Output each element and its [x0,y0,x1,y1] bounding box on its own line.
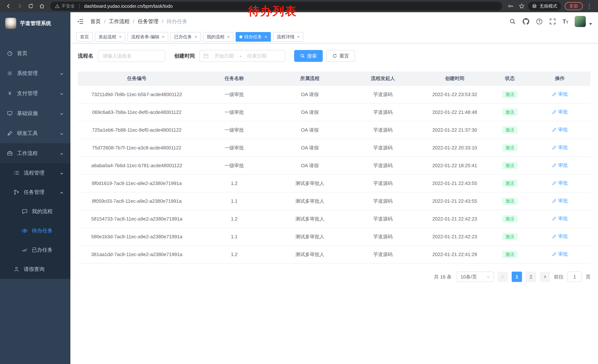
task-id: 381aa1dd-7ac8-11ec-a9e2-a2380e71991a [78,245,196,263]
close-icon[interactable]: × [297,34,300,40]
task-id: 069c6a63-7b8a-11ec-8ef0-acde48001122 [78,103,196,121]
incognito-label: 无痕模式 [540,3,557,9]
task-process: 测试多审批人 [273,210,347,228]
browser-update-button[interactable]: 更新 [565,2,583,10]
sidebar-item-payment[interactable]: ¥ 支付管理 [0,83,70,103]
task-name: 1.1 [196,192,273,210]
approve-link[interactable]: 审批 [552,91,568,97]
breadcrumb-task-mgmt[interactable]: 任务管理 [138,18,158,25]
tab-done-tasks[interactable]: 已办任务× [170,32,201,42]
approve-link[interactable]: 审批 [552,109,568,115]
task-id: 580e1b3d-7ac8-11ec-a9e2-a2380e71991a [78,228,196,245]
forward-icon[interactable] [15,1,25,11]
edit-icon [552,198,557,203]
status-badge: 激活 [502,126,518,134]
chevron-left-icon [501,275,505,279]
task-initiator: 芋道源码 [347,245,419,263]
close-icon[interactable]: × [265,34,267,40]
task-name: 一级审批 [196,86,273,103]
table-row: 725a1eb6-7b88-11ec-8ef0-acde48001122 一级审… [78,121,590,139]
close-icon[interactable]: × [227,34,230,40]
approve-link[interactable]: 审批 [552,144,568,151]
back-icon[interactable] [4,1,13,11]
approve-link[interactable]: 审批 [552,251,568,257]
app-logo [5,18,16,29]
eye-icon [22,227,28,234]
sidebar-item-infra[interactable]: 基础设施 [0,103,70,123]
approve-link[interactable]: 审批 [552,198,568,204]
col-task-name: 任务名称 [196,72,273,86]
fullscreen-icon[interactable] [549,18,556,25]
tab-start-process[interactable]: 发起流程× [95,32,125,42]
task-initiator: 芋道源码 [347,210,419,228]
tab-process-detail[interactable]: 流程详情× [273,32,303,42]
sidebar-item-todo-tasks[interactable]: 待办任务 [0,221,70,240]
task-id: 58154733-7ac8-11ec-a9e2-a2380e71991a [78,210,196,228]
task-initiator: 芋道源码 [347,121,419,139]
tab-form-edit[interactable]: 流程表单-编辑× [127,32,168,42]
avatar-caret-icon[interactable] [589,23,592,25]
sidebar-item-leave-query[interactable]: 请假查询 [0,259,70,279]
task-name: 1.2 [196,210,273,228]
tab-home[interactable]: 首页 [76,32,93,42]
task-id: 8f059c03-7ac8-11ec-a9e2-a2380e71991a [78,192,196,210]
sidebar-item-workflow[interactable]: 工作流程 [0,143,70,163]
task-id: 73211d9d-7b9b-11ec-b5b7-acde48001122 [78,86,196,103]
browser-menu-icon[interactable]: ⋮ [584,3,594,9]
sidebar-item-task-mgmt[interactable]: 任务管理 [0,183,70,202]
search-button[interactable]: 搜索 [294,50,323,62]
breadcrumb-home[interactable]: 首页 [91,18,101,25]
sidebar-collapse-icon[interactable] [76,17,84,25]
incognito-chip[interactable]: 无痕模式 [528,2,561,11]
reload-icon[interactable] [26,1,36,11]
key-icon[interactable] [506,1,515,11]
font-size-icon[interactable]: TT [562,18,568,25]
home-icon[interactable] [37,1,47,11]
tab-todo-tasks[interactable]: 待办任务× [236,32,271,42]
approve-link[interactable]: 审批 [552,215,568,222]
next-page-button[interactable] [540,272,550,282]
task-process: OA 请假 [273,157,347,174]
breadcrumb-workflow[interactable]: 工作流程 [109,18,130,25]
url-divider [79,4,80,8]
sidebar-item-system[interactable]: 系统管理 [0,63,70,83]
sidebar-logo-row[interactable]: 芋道管理系统 [0,12,70,34]
page-size-select[interactable]: 10条/页 [457,272,494,282]
search-icon[interactable] [509,18,516,25]
help-icon[interactable] [536,18,543,25]
goto-page-input[interactable] [567,272,582,282]
github-icon[interactable] [523,18,530,25]
sidebar-item-done-tasks[interactable]: 已办任务 [0,240,70,259]
task-name: 一级审批 [196,103,273,121]
reset-button[interactable]: 重置 [326,50,355,62]
close-icon[interactable]: × [119,34,122,40]
security-warning[interactable]: 不安全 [55,3,75,9]
process-name-input[interactable] [98,50,165,62]
avatar[interactable] [575,16,586,27]
approve-link[interactable]: 审批 [552,233,568,240]
prev-page-button[interactable] [498,272,508,282]
sidebar-item-process-mgmt[interactable]: 流程管理 [0,163,70,183]
sidebar-item-devtools[interactable]: 研发工具 [0,123,70,143]
end-date-input[interactable] [244,53,270,59]
task-initiator: 芋道源码 [347,103,419,121]
sidebar-item-my-process[interactable]: 我的流程 [0,202,70,221]
table-header-row: 任务编号 任务名称 所属流程 流程发起人 创建时间 状态 操作 [78,72,590,86]
page-button-2[interactable]: 2 [526,272,536,282]
date-range-picker[interactable]: - [199,50,285,62]
address-bar[interactable]: 不安全 dashboard.yudao.iocoder.cn/bpm/task/… [50,2,502,11]
chevron-right-icon [543,275,547,279]
start-date-input[interactable] [211,53,238,59]
tab-my-process[interactable]: 我的流程× [203,32,233,42]
approve-link[interactable]: 审批 [552,162,568,169]
close-icon[interactable]: × [194,34,197,40]
range-separator: - [240,53,241,59]
edit-icon [552,163,557,168]
approve-link[interactable]: 审批 [552,126,568,133]
close-icon[interactable]: × [162,34,165,40]
page-button-1[interactable]: 1 [512,272,522,282]
status-badge: 激活 [502,162,518,170]
approve-link[interactable]: 审批 [552,180,568,186]
bookmark-star-icon[interactable] [517,1,526,11]
sidebar-item-home[interactable]: 首页 [0,43,70,63]
